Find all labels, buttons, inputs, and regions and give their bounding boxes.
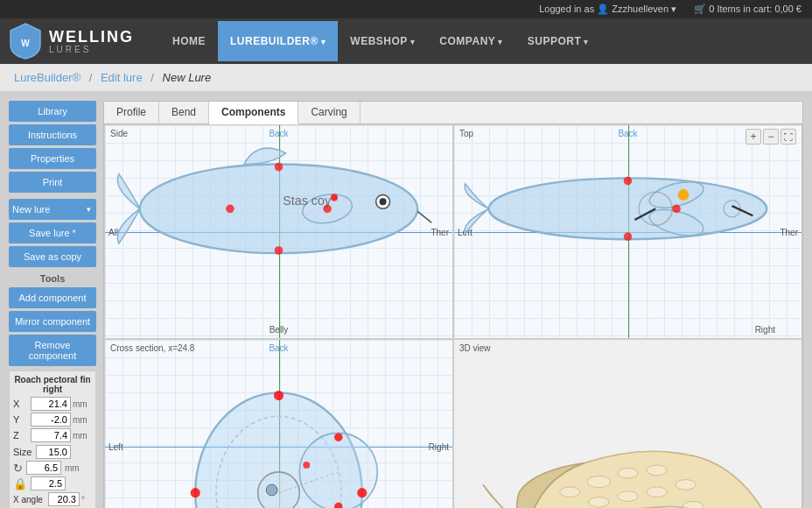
side-view-panel: Side Back Belly All Ther: [104, 124, 453, 339]
breadcrumb-edit-lure[interactable]: Edit lure: [101, 71, 143, 84]
svg-point-29: [191, 488, 200, 497]
svg-point-42: [589, 497, 609, 507]
svg-point-41: [560, 487, 580, 497]
zoom-out-button[interactable]: −: [763, 129, 779, 145]
svg-line-5: [417, 211, 431, 222]
side-lure-svg: Stas coy: [105, 125, 452, 293]
logo: W WELLING LURES: [9, 22, 134, 60]
main-layout: Library Instructions Properties Print Ne…: [0, 92, 812, 508]
nav-list: HOME LUREBUILDER®▾ WEBSHOP▾ COMPANY▾ SUP…: [160, 21, 601, 61]
svg-point-18: [624, 177, 633, 186]
svg-point-25: [299, 433, 377, 508]
x-unit: mm: [73, 399, 87, 409]
logo-main-text: WELLING: [49, 29, 134, 45]
top-view-panel: Top Back Left Ther Right + − ⛶: [453, 124, 802, 339]
svg-text:Stas coy: Stas coy: [283, 194, 332, 208]
content-area: Profile Bend Components Carving Side Bac…: [103, 101, 803, 508]
svg-point-19: [624, 232, 633, 241]
username-link[interactable]: Zzzhuelleven: [612, 4, 668, 14]
breadcrumb-current: New Lure: [163, 71, 212, 84]
main-nav: W WELLING LURES HOME LUREBUILDER®▾ WEBSH…: [0, 18, 812, 64]
user-icon: 👤: [597, 4, 612, 14]
size-label: Size: [13, 447, 34, 457]
logged-in-label: Logged in as 👤 Zzzhuelleven ▾: [539, 4, 676, 15]
x-angle-row: X angle °: [13, 492, 92, 506]
y-label: Y: [13, 414, 29, 425]
nav-home[interactable]: HOME: [160, 21, 218, 61]
add-component-button[interactable]: Add component: [9, 287, 96, 308]
lock-icon[interactable]: 🔒: [13, 477, 27, 490]
cart-info[interactable]: 🛒 0 Items in cart: 0,00 €: [694, 4, 802, 15]
svg-point-4: [380, 198, 387, 205]
svg-point-12: [489, 178, 767, 239]
library-button[interactable]: Library: [9, 101, 96, 122]
properties-button[interactable]: Properties: [9, 148, 96, 169]
logo-sub-text: LURES: [49, 45, 134, 54]
y-input[interactable]: [31, 413, 71, 427]
svg-point-38: [587, 476, 610, 487]
svg-point-9: [226, 205, 234, 214]
tab-bar: Profile Bend Components Carving: [104, 102, 802, 124]
mirror-component-button[interactable]: Mirror component: [9, 311, 96, 332]
z-input[interactable]: [31, 428, 71, 442]
size-input[interactable]: [36, 445, 71, 459]
svg-point-1: [140, 164, 418, 253]
svg-point-39: [618, 468, 638, 478]
size-section: Size ↻ mm 🔒: [13, 445, 92, 490]
size2-input[interactable]: [26, 461, 61, 475]
nav-webshop[interactable]: WEBSHOP▾: [338, 21, 427, 61]
svg-point-40: [647, 465, 667, 476]
x-field-row: X mm: [13, 397, 92, 411]
z-unit: mm: [73, 431, 87, 441]
nav-company[interactable]: COMPANY▾: [427, 21, 514, 61]
new-lure-button[interactable]: New lure ▾: [9, 199, 96, 220]
3d-view-panel: 3D view: [453, 339, 802, 508]
z-field-row: Z mm: [13, 428, 92, 442]
print-button[interactable]: Print: [9, 172, 96, 193]
svg-point-20: [672, 205, 681, 214]
x-label: X: [13, 399, 29, 409]
cross-section-svg: [105, 340, 452, 508]
x-input[interactable]: [31, 397, 71, 411]
3d-label: 3D view: [459, 343, 491, 353]
top-bar: Logged in as 👤 Zzzhuelleven ▾ 🛒 0 Items …: [0, 0, 812, 18]
refresh-icon[interactable]: ↻: [13, 462, 23, 475]
new-lure-dropdown-icon: ▾: [87, 205, 91, 214]
top-label: Top: [459, 129, 473, 138]
top-right2-label: Right: [755, 325, 775, 335]
tab-profile[interactable]: Profile: [104, 102, 159, 123]
size3-input[interactable]: [31, 476, 66, 490]
breadcrumb-lurebuilder[interactable]: LureBuilder®: [14, 71, 80, 84]
svg-point-10: [331, 194, 338, 201]
side-label: Side: [110, 129, 128, 138]
svg-point-33: [303, 462, 310, 469]
zoom-controls: + − ⛶: [746, 129, 796, 145]
x-angle-label: X angle: [13, 495, 46, 504]
tab-components[interactable]: Components: [209, 102, 298, 124]
svg-point-43: [618, 491, 638, 502]
tab-bend[interactable]: Bend: [159, 102, 209, 123]
svg-point-31: [334, 433, 343, 441]
component-name: Roach pectoral fin right: [13, 375, 92, 394]
save-lure-button[interactable]: Save lure *: [9, 222, 96, 243]
z-label: Z: [13, 430, 29, 441]
fullscreen-button[interactable]: ⛶: [780, 129, 796, 145]
top-lure-svg: [454, 125, 802, 293]
nav-support[interactable]: SUPPORT▾: [515, 21, 601, 61]
x-degree: °: [81, 495, 85, 504]
instructions-button[interactable]: Instructions: [9, 124, 96, 145]
zoom-in-button[interactable]: +: [746, 129, 761, 145]
x-angle-input[interactable]: [48, 492, 80, 506]
breadcrumb: LureBuilder® / Edit lure / New Lure: [0, 64, 812, 92]
nav-lurebuilder[interactable]: LUREBUILDER®▾: [218, 21, 338, 61]
save-as-copy-button[interactable]: Save as copy: [9, 246, 96, 267]
remove-component-button[interactable]: Remove component: [9, 335, 96, 366]
logo-shield-icon: W: [9, 22, 42, 60]
3d-lure-svg: [454, 340, 802, 508]
svg-point-30: [357, 488, 367, 497]
svg-point-45: [676, 480, 696, 490]
tab-carving[interactable]: Carving: [298, 102, 360, 123]
tools-label: Tools: [9, 270, 96, 285]
svg-point-26: [258, 472, 300, 508]
cross-section-panel: Cross section, x=24.8 Back Left Right: [104, 339, 453, 508]
